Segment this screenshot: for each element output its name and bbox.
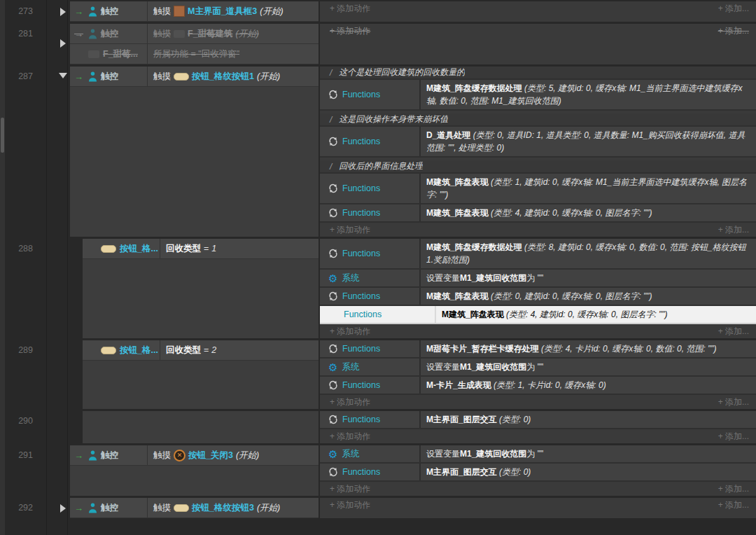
action-row[interactable]: FunctionsM甜莓卡片_暂存栏卡缓存处理 (类型: 4, 卡片id: 0,… — [320, 340, 756, 359]
expand-expander-icon[interactable] — [60, 39, 66, 48]
condition-row[interactable]: →触控触摸M主界面_道具框3(开始) — [70, 1, 318, 22]
comment-row[interactable]: /这个是处理回收建筑的回收数量的 — [320, 67, 756, 80]
actions-column: + 添加动作+ 添加... — [320, 498, 756, 518]
add-more-link[interactable]: + 添加... — [718, 396, 749, 408]
conditions-column[interactable]: →触控触摸F_甜莓建筑(开始)F_甜莓...所属功能 = "回收弹窗" — [70, 24, 318, 64]
condition-type-label: 触控 — [101, 28, 118, 40]
expand-expander-icon[interactable] — [60, 504, 66, 513]
text-run: M甜莓卡片_暂存栏卡缓存处理 — [426, 344, 541, 354]
add-action-link[interactable]: + 添加动作 — [330, 326, 370, 338]
text-run: M主界面_图层交互 — [426, 467, 499, 477]
text-run: 所属功能 = "回收弹窗" — [153, 48, 239, 60]
add-action-link[interactable]: + 添加动作 — [330, 25, 370, 37]
conditions-column[interactable]: →触控触摸M主界面_道具框3(开始) — [70, 1, 318, 22]
sync-icon — [328, 344, 338, 354]
condition-row[interactable]: 按钮_格...回收类型 = 2 — [83, 340, 318, 361]
condition-row[interactable]: →触控触摸按钮_格纹按钮3(开始) — [70, 498, 318, 518]
expand-expander-icon[interactable] — [60, 8, 66, 16]
condition-row[interactable]: →触控触摸✕按钮_关闭3(开始) — [70, 445, 318, 466]
add-more-link[interactable]: + 添加... — [718, 483, 749, 495]
add-action-row: + 添加动作+ 添加... — [320, 498, 756, 512]
action-row[interactable]: FunctionsM主界面_图层交互 (类型: 0) — [320, 464, 756, 482]
comment-slash: / — [330, 68, 332, 78]
text-run: 回收类型 — [166, 345, 201, 356]
condition-object: →触控 — [70, 28, 147, 40]
sync-icon — [328, 467, 338, 477]
add-action-link[interactable]: + 添加动作 — [330, 224, 370, 236]
add-more-link[interactable]: + 添加... — [718, 25, 749, 37]
add-action-row: + 添加动作+ 添加... — [320, 395, 756, 409]
action-row[interactable]: FunctionsM建筑_阵盘表现 (类型: 0, 建筑id: 0, 缓存x轴:… — [320, 288, 756, 306]
button-object-icon — [101, 245, 116, 253]
condition-row[interactable]: F_甜莓...所属功能 = "回收弹窗" — [70, 44, 318, 64]
comment-text: 这是回收操作本身带来崩坏值 — [339, 113, 448, 125]
condition-text: 回收类型 = 1 — [160, 239, 318, 258]
extension-label: Functions — [342, 344, 380, 354]
text-run: M建筑_阵盘表现 — [442, 310, 506, 319]
action-row[interactable]: FunctionsM-卡片_生成表现 (类型: 1, 卡片id: 0, 缓存x轴… — [320, 377, 756, 395]
add-more-link[interactable]: + 添加... — [718, 326, 749, 338]
add-action-row: + 添加动作+ 添加... — [320, 1, 756, 15]
action-row[interactable]: ⚙系统设置变量M1_建筑回收范围为 "" — [320, 359, 756, 377]
conditions-column[interactable]: 按钮_格...回收类型 = 2 — [83, 340, 318, 409]
condition-row[interactable]: 按钮_格...回收类型 = 1 — [83, 239, 318, 259]
separator-line — [67, 0, 68, 535]
conditions-column[interactable]: →触控触摸✕按钮_关闭3(开始) — [70, 445, 318, 496]
add-action-row: + 添加动作+ 添加... — [320, 482, 756, 496]
action-row[interactable]: FunctionsD_道具处理 (类型: 0, 道具ID: 1, 道具类型: 0… — [320, 127, 756, 158]
condition-type-label: F_甜莓... — [103, 48, 138, 60]
condition-text: 触摸M主界面_道具框3(开始) — [147, 1, 318, 21]
sync-icon — [328, 183, 338, 193]
add-more-link[interactable]: + 添加... — [718, 3, 749, 15]
action-row[interactable]: FunctionsM建筑_阵盘表现 (类型: 4, 建筑id: 0, 缓存x轴:… — [320, 204, 756, 223]
action-row[interactable]: FunctionsM建筑_阵盘表现 (类型: 4, 建筑id: 0, 缓存x轴:… — [320, 306, 756, 324]
add-action-link[interactable]: + 添加动作 — [330, 499, 370, 511]
action-row[interactable]: FunctionsM建筑_阵盘缓存数据处理 (类型: 8, 建筑id: 0, 缓… — [320, 239, 756, 270]
action-extension: Functions — [320, 288, 421, 305]
comment-slash: / — [330, 162, 332, 172]
text-run: M建筑_阵盘缓存数据处理 — [426, 83, 524, 93]
event-number: 290 — [0, 416, 33, 426]
text-run: 按钮_格纹按钮3 — [192, 502, 254, 514]
text-run: D_道具处理 — [426, 130, 473, 140]
action-extension: Functions — [320, 127, 421, 156]
comment-row[interactable]: /这是回收操作本身带来崩坏值 — [320, 113, 756, 127]
action-row[interactable]: FunctionsM建筑_阵盘表现 (类型: 1, 建筑id: 0, 缓存x轴:… — [320, 174, 756, 204]
sync-icon — [328, 415, 338, 424]
sync-icon — [328, 249, 338, 258]
conditions-column[interactable] — [83, 411, 318, 443]
add-action-link[interactable]: + 添加动作 — [330, 483, 370, 495]
event-row: 292→触控触摸按钮_格纹按钮3(开始)+ 添加动作+ 添加... — [0, 498, 756, 518]
add-action-link[interactable]: + 添加动作 — [330, 3, 370, 15]
sprite-object-icon — [174, 30, 185, 38]
green-arrow-icon: → — [74, 503, 85, 513]
add-more-link[interactable]: + 添加... — [718, 431, 749, 443]
action-row[interactable]: ⚙系统设置变量M1_建筑回收范围为 "" — [320, 445, 756, 464]
touch-icon — [88, 6, 97, 17]
conditions-column[interactable]: →触控触摸按钮_格纹按钮3(开始) — [70, 498, 318, 518]
text-run: M主界面_道具框3 — [188, 6, 257, 18]
sync-icon — [328, 90, 338, 99]
conditions-column[interactable]: 按钮_格...回收类型 = 1 — [83, 239, 318, 338]
add-action-link[interactable]: + 添加动作 — [330, 431, 370, 443]
condition-row[interactable]: →触控触摸F_甜莓建筑(开始) — [70, 24, 318, 44]
action-extension: Functions — [320, 340, 421, 357]
action-row[interactable]: FunctionsM建筑_阵盘缓存数据处理 (类型: 5, 建筑id: 0, 缓… — [320, 80, 756, 111]
comment-row[interactable]: /回收后的界面信息处理 — [320, 160, 756, 174]
add-more-link[interactable]: + 添加... — [718, 499, 749, 511]
add-action-link[interactable]: + 添加动作 — [330, 396, 370, 408]
text-run: = — [204, 244, 209, 253]
green-arrow-icon: → — [74, 7, 85, 16]
text-run: 设置变量 — [426, 362, 460, 372]
text-run: 设置变量 — [426, 449, 460, 459]
add-more-link[interactable]: + 添加... — [718, 224, 749, 236]
collapse-expander-icon[interactable] — [59, 73, 67, 78]
close-button-object-icon: ✕ — [174, 450, 186, 461]
action-row[interactable]: ⚙系统设置变量M1_建筑回收范围为 "" — [320, 270, 756, 288]
actions-column: + 添加动作+ 添加... — [320, 24, 756, 64]
event-number: 292 — [0, 503, 33, 513]
conditions-column[interactable]: →触控触摸按钮_格纹按钮1(开始) — [70, 67, 318, 237]
add-action-row: + 添加动作+ 添加... — [320, 223, 756, 237]
condition-row[interactable]: →触控触摸按钮_格纹按钮1(开始) — [70, 67, 318, 87]
action-row[interactable]: FunctionsM主界面_图层交互 (类型: 0) — [320, 411, 756, 429]
